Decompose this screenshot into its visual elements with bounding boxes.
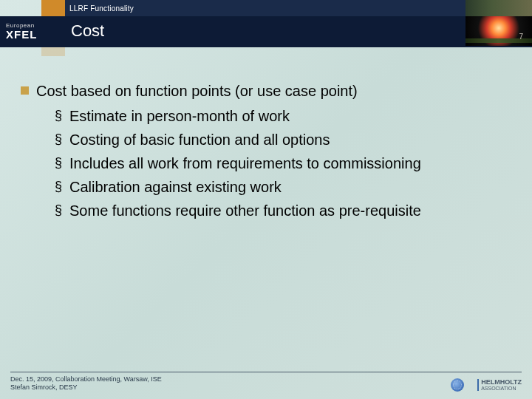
assoc-bottom: ASSOCIATION: [481, 386, 516, 391]
sub-point-text: Estimate in person-month of work: [69, 105, 290, 127]
breadcrumb: LLRF Functionality: [65, 0, 466, 16]
sub-point-text: Calibration against existing work: [69, 176, 282, 198]
under-strip: [0, 47, 532, 56]
sub-bullet-list: § Estimate in person-month of work § Cos…: [55, 105, 511, 222]
footer-divider: [10, 372, 522, 372]
accent-orange-faded: [41, 47, 65, 56]
sub-point-text: Some functions require other function as…: [69, 200, 421, 222]
footer-line2: Stefan Simrock, DESY: [10, 383, 162, 392]
helmholtz-logo: HELMHOLTZ ASSOCIATION: [477, 379, 522, 391]
globe-icon: [451, 378, 464, 392]
list-item: § Costing of basic function and all opti…: [55, 129, 511, 151]
list-item: § Calibration against existing work: [55, 176, 511, 198]
sub-point-text: Costing of basic function and all option…: [69, 129, 330, 151]
section-bullet-icon: §: [55, 176, 62, 198]
slide-header: LLRF Functionality European XFEL Cost 7: [0, 0, 532, 58]
main-point-text: Cost based on function points (or use ca…: [36, 80, 358, 102]
header-top-strip: LLRF Functionality: [0, 0, 532, 16]
section-bullet-icon: §: [55, 152, 62, 174]
header-decor-top: [466, 0, 532, 16]
slide-content: Cost based on function points (or use ca…: [21, 80, 511, 223]
list-item: § Estimate in person-month of work: [55, 105, 511, 127]
square-bullet-icon: [21, 86, 29, 95]
xfel-logo: European XFEL: [0, 16, 65, 46]
section-bullet-icon: §: [55, 200, 62, 222]
header-accent-block: [0, 0, 65, 16]
bullet-level1: Cost based on function points (or use ca…: [21, 80, 511, 102]
list-item: § Some functions require other function …: [55, 200, 511, 222]
slide-footer: Dec. 15, 2009, Collaboration Meeting, Wa…: [10, 372, 522, 392]
section-bullet-icon: §: [55, 105, 62, 127]
logo-main-text: XFEL: [6, 29, 65, 40]
accent-orange-bar: [41, 0, 65, 16]
sub-point-text: Includes all work from requirements to c…: [69, 152, 421, 174]
slide-number: 7: [519, 33, 523, 41]
footer-text-block: Dec. 15, 2009, Collaboration Meeting, Wa…: [10, 375, 162, 392]
footer-line1: Dec. 15, 2009, Collaboration Meeting, Wa…: [10, 375, 162, 383]
list-item: § Includes all work from requirements to…: [55, 152, 511, 174]
page-title: Cost: [65, 16, 466, 46]
footer-logos: HELMHOLTZ ASSOCIATION: [451, 378, 522, 392]
section-bullet-icon: §: [55, 129, 62, 151]
assoc-top: HELMHOLTZ: [481, 379, 522, 386]
title-row: European XFEL Cost: [0, 16, 532, 46]
header-decor-image: [466, 16, 532, 46]
